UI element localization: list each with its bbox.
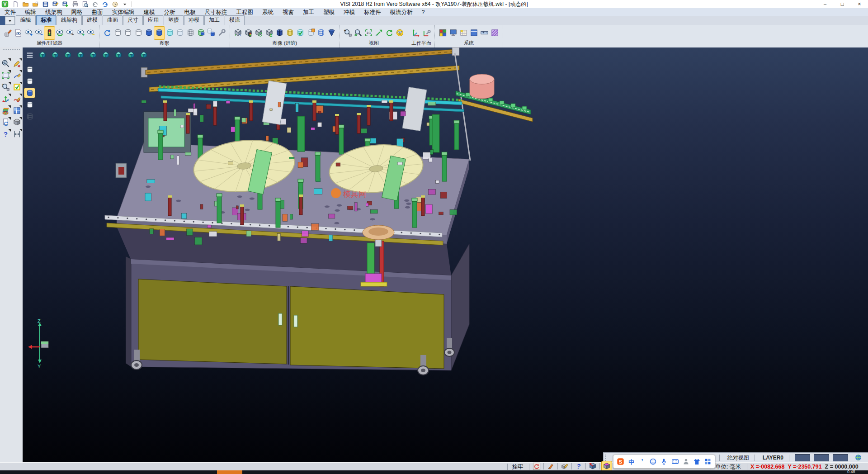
lock-label[interactable]: 拴牢 xyxy=(512,463,523,471)
ime-mode-icon[interactable]: 中 xyxy=(627,458,635,466)
advanced-refresh-icon[interactable] xyxy=(254,27,264,39)
menu-item[interactable]: 模流分析 xyxy=(386,8,417,16)
layer-color-swatch[interactable] xyxy=(833,454,848,461)
zoom-in-out-icon[interactable]: ± xyxy=(1,82,11,92)
show-add-icon[interactable]: + xyxy=(24,27,34,39)
solid-group-icon[interactable] xyxy=(196,27,206,39)
move-entity-icon[interactable] xyxy=(1,94,11,104)
attributes-palette-icon[interactable] xyxy=(1,105,11,115)
ime-emoji-icon[interactable] xyxy=(649,458,657,466)
solid-striped-icon[interactable] xyxy=(285,27,295,39)
cone-display-icon[interactable] xyxy=(326,27,337,39)
menu-item[interactable]: 塑模 xyxy=(319,8,339,16)
rotate-view-icon[interactable] xyxy=(384,27,395,39)
edit-curve-icon[interactable] xyxy=(12,94,22,104)
minimize-button[interactable]: – xyxy=(816,0,834,8)
viewport-3d[interactable]: 模具网 Z Y xyxy=(23,47,868,462)
view-face-icon[interactable] xyxy=(395,27,405,39)
toolbar-tab[interactable]: 标准 xyxy=(36,15,56,25)
toolbar-grip[interactable] xyxy=(3,49,20,53)
display-wireframe-icon[interactable] xyxy=(24,65,35,74)
open-recent-icon[interactable] xyxy=(30,0,40,8)
ime-skin-icon[interactable] xyxy=(693,458,701,466)
solid-preview-icon[interactable] xyxy=(12,117,22,127)
hidden-line-view-icon[interactable] xyxy=(123,27,133,39)
layer-color-swatch[interactable] xyxy=(795,454,810,461)
zoom-window-icon[interactable] xyxy=(1,70,11,80)
solid-wire-icon[interactable] xyxy=(316,27,326,39)
toolbar-tab[interactable]: 编辑 xyxy=(16,15,36,25)
units-label[interactable]: 单位: 毫米 xyxy=(715,463,741,471)
toolbar-tab[interactable]: 线架构 xyxy=(57,15,82,25)
render-settings-icon[interactable] xyxy=(217,27,227,39)
shaded-edges-view-icon[interactable] xyxy=(154,27,165,39)
ime-toolbox-icon[interactable] xyxy=(704,458,712,466)
shaded-view-icon[interactable] xyxy=(144,27,154,39)
print-preview-icon[interactable] xyxy=(80,0,90,8)
toolbar-tab[interactable]: 冲模 xyxy=(184,15,204,25)
zoom-1-1-icon[interactable]: 1:1 xyxy=(363,27,374,39)
print-icon[interactable] xyxy=(70,0,80,8)
filter-traffic-icon[interactable] xyxy=(44,27,55,39)
toggle-visibility-icon[interactable]: ± xyxy=(65,27,75,39)
view-iso2-icon[interactable] xyxy=(126,50,136,60)
ime-punct-icon[interactable]: ’ xyxy=(638,458,646,466)
toolbar-tab[interactable]: 尺寸 xyxy=(123,15,143,25)
toolbar-tab[interactable]: 塑膜 xyxy=(164,15,184,25)
ime-keyboard-icon[interactable] xyxy=(671,458,679,466)
pan-view-icon[interactable] xyxy=(374,27,384,39)
ime-voice-icon[interactable] xyxy=(660,458,668,466)
system-window-icon[interactable] xyxy=(469,27,479,39)
view-iso-icon[interactable] xyxy=(37,50,47,60)
strip-grip[interactable] xyxy=(605,455,608,461)
dynamic-view-status-icon[interactable] xyxy=(588,461,598,471)
confirm-icon[interactable] xyxy=(12,82,22,92)
wireframe-view-icon[interactable] xyxy=(113,27,123,39)
solid-copy-icon[interactable] xyxy=(206,27,217,39)
help-status-icon[interactable]: ? xyxy=(574,461,584,471)
display-shaded-icon[interactable] xyxy=(24,88,35,98)
edit-spline-icon[interactable] xyxy=(12,70,22,80)
toolbar-tab[interactable]: 建模 xyxy=(82,15,102,25)
new-file-icon[interactable] xyxy=(10,0,20,8)
view-left-icon[interactable] xyxy=(88,50,98,60)
shaded-mode-status-icon[interactable] xyxy=(602,461,612,471)
save-as-icon[interactable] xyxy=(50,0,60,8)
system-ruler-icon[interactable] xyxy=(479,27,490,39)
menu-item[interactable]: 加工 xyxy=(298,8,319,16)
regen-graphics-icon[interactable] xyxy=(102,27,113,39)
save-icon[interactable] xyxy=(40,0,50,8)
ime-account-icon[interactable] xyxy=(682,458,690,466)
export-icon[interactable] xyxy=(60,0,70,8)
layer-color-swatch[interactable] xyxy=(814,454,829,461)
attribute-page-icon[interactable] xyxy=(13,27,24,39)
display-ghost-icon[interactable] xyxy=(24,112,35,121)
system-colors-icon[interactable] xyxy=(438,27,448,39)
system-report-icon[interactable] xyxy=(490,27,500,39)
workplane-icon[interactable] xyxy=(411,27,421,39)
attribute-paint-icon[interactable] xyxy=(3,27,13,39)
toolbar-tab[interactable]: 模流 xyxy=(225,15,245,25)
view-bottom-icon[interactable] xyxy=(113,50,123,60)
view-top-icon[interactable] xyxy=(50,50,60,60)
menu-item[interactable]: 系统 xyxy=(258,8,278,16)
refresh-visibility-icon[interactable] xyxy=(55,27,65,39)
workplane-edit-icon[interactable] xyxy=(421,27,432,39)
window-layout-icon[interactable] xyxy=(12,105,22,115)
help-icon[interactable]: ? xyxy=(1,129,11,139)
menu-item[interactable]: 冲模 xyxy=(339,8,359,16)
refresh-status-icon[interactable] xyxy=(532,461,542,471)
view-back-icon[interactable] xyxy=(100,50,111,60)
wire-solid-view-icon[interactable] xyxy=(185,27,196,39)
toolbar-tab[interactable]: 应用 xyxy=(143,15,163,25)
solid-flag-icon[interactable] xyxy=(306,27,316,39)
show-all-icon[interactable]: + xyxy=(75,27,86,39)
active-layer-label[interactable]: LAYER0 xyxy=(763,455,783,461)
advanced-toggle-icon[interactable]: ± xyxy=(264,27,274,39)
solid-dark-icon[interactable] xyxy=(274,27,285,39)
hide-all-icon[interactable]: − xyxy=(86,27,96,39)
taskbar-highlight[interactable] xyxy=(217,470,242,474)
menu-item[interactable]: 标准件 xyxy=(359,8,386,16)
customize-caret-icon[interactable] xyxy=(120,0,130,8)
open-file-icon[interactable] xyxy=(20,0,30,8)
